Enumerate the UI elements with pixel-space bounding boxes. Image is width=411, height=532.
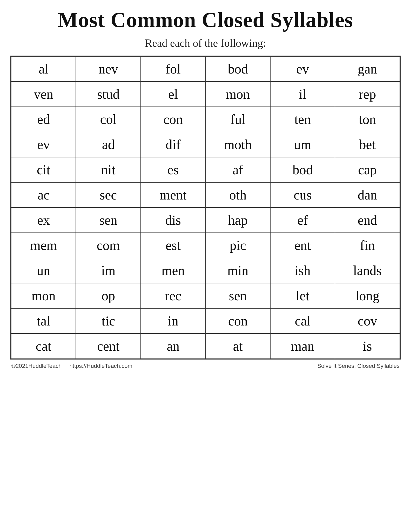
table-cell: op [76,283,140,308]
table-cell: ish [270,258,335,283]
footer: ©2021HuddleTeach https://HuddleTeach.com… [10,363,401,369]
table-cell: ten [270,107,335,132]
table-cell: mon [11,283,76,308]
table-cell: con [141,107,205,132]
table-cell: el [141,82,205,107]
table-cell: sen [205,283,270,308]
table-cell: gan [335,56,400,82]
table-cell: nit [76,157,140,182]
table-cell: dif [141,132,205,157]
table-cell: in [141,308,205,334]
table-cell: tic [76,308,140,334]
table-cell: dis [141,208,205,233]
table-cell: cov [335,308,400,334]
table-cell: ev [11,132,76,157]
footer-copyright: ©2021HuddleTeach [11,363,62,369]
table-cell: mem [11,233,76,258]
table-cell: mon [205,82,270,107]
syllable-table: alnevfolbodevganvenstudelmonilrepedcolco… [10,56,401,360]
table-cell: com [76,233,140,258]
table-cell: pic [205,233,270,258]
table-cell: sec [76,182,140,208]
table-cell: cap [335,157,400,182]
table-cell: ful [205,107,270,132]
table-cell: lands [335,258,400,283]
table-cell: at [205,334,270,359]
table-cell: um [270,132,335,157]
table-cell: af [205,157,270,182]
page-title: Most Common Closed Syllables [58,8,353,32]
table-cell: bod [270,157,335,182]
table-cell: ev [270,56,335,82]
table-cell: fol [141,56,205,82]
table-cell: cus [270,182,335,208]
table-cell: un [11,258,76,283]
table-cell: hap [205,208,270,233]
table-cell: tal [11,308,76,334]
table-cell: ed [11,107,76,132]
table-cell: ex [11,208,76,233]
table-cell: end [335,208,400,233]
table-cell: min [205,258,270,283]
table-cell: ad [76,132,140,157]
table-cell: ef [270,208,335,233]
footer-series: Solve It Series: Closed Syllables [317,363,400,369]
table-cell: bod [205,56,270,82]
table-cell: oth [205,182,270,208]
table-cell: rec [141,283,205,308]
table-cell: cit [11,157,76,182]
table-cell: es [141,157,205,182]
table-cell: dan [335,182,400,208]
table-cell: cent [76,334,140,359]
table-cell: ton [335,107,400,132]
table-cell: ven [11,82,76,107]
table-cell: men [141,258,205,283]
table-cell: sen [76,208,140,233]
table-cell: is [335,334,400,359]
table-cell: est [141,233,205,258]
table-cell: im [76,258,140,283]
table-cell: man [270,334,335,359]
table-cell: rep [335,82,400,107]
table-cell: con [205,308,270,334]
table-cell: an [141,334,205,359]
table-cell: moth [205,132,270,157]
table-cell: long [335,283,400,308]
table-cell: nev [76,56,140,82]
table-cell: fin [335,233,400,258]
table-cell: let [270,283,335,308]
table-cell: col [76,107,140,132]
table-cell: ment [141,182,205,208]
table-cell: ac [11,182,76,208]
table-cell: stud [76,82,140,107]
table-cell: al [11,56,76,82]
table-cell: il [270,82,335,107]
table-cell: bet [335,132,400,157]
subtitle: Read each of the following: [145,37,266,49]
table-cell: ent [270,233,335,258]
footer-website: https://HuddleTeach.com [70,363,132,369]
table-cell: cal [270,308,335,334]
table-cell: cat [11,334,76,359]
